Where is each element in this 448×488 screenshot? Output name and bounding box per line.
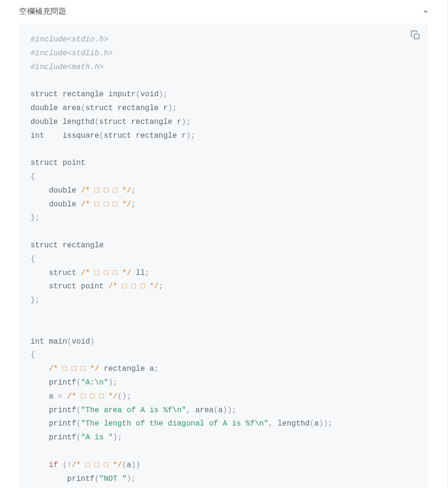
code-text: ; <box>131 186 136 195</box>
code-text: ) <box>186 132 191 140</box>
code-text: ( <box>94 475 99 483</box>
code-text: double <box>49 186 81 195</box>
code-text: if <box>49 461 58 469</box>
code-text: "NOT " <box>99 475 127 483</box>
code-text: { <box>31 351 35 359</box>
code-text: (! <box>58 461 72 469</box>
code-text: struct point <box>31 159 85 167</box>
code-text <box>31 392 49 401</box>
code-text <box>31 433 49 442</box>
code-text: printf <box>49 378 76 387</box>
code-text: ll <box>131 269 145 277</box>
code-text: struct rectangle r <box>99 118 182 126</box>
code-text: /* □ □ □ */ <box>81 200 132 209</box>
code-text: printf <box>49 419 76 428</box>
code-text: ; <box>173 104 177 112</box>
copy-icon[interactable] <box>410 30 421 41</box>
code-text: ) <box>136 461 141 469</box>
code-text: /* □ □ □ */ <box>67 392 118 401</box>
code-text: ) <box>223 406 227 415</box>
code-text: ) <box>168 104 173 112</box>
code-text: struct rectangle inputr <box>31 90 136 99</box>
code-text: int issquare <box>31 132 99 140</box>
code-text: area <box>195 406 214 415</box>
code-text: /* □ □ □ */ <box>71 461 122 469</box>
code-text: , <box>186 406 195 415</box>
code-block: #include<stdio.h> #include<stdlib.h> #in… <box>19 23 428 488</box>
code-text: ( <box>99 132 104 140</box>
code-text: "A is " <box>81 433 113 442</box>
code-text: ; <box>186 118 191 126</box>
code-text: ; <box>159 282 163 291</box>
code-text: , <box>268 419 277 428</box>
code-text: a <box>49 392 58 401</box>
code-text: ( <box>310 419 315 428</box>
code-text: ; <box>191 132 195 140</box>
code-text: /* □ □ □ */ <box>81 269 132 277</box>
code-text: { <box>31 173 35 181</box>
code-text: ( <box>94 118 99 126</box>
code-text <box>31 269 49 277</box>
code-text: ( <box>122 461 127 469</box>
code-text: "The length of the diagonal of A is %f\n… <box>81 419 269 428</box>
code-text: ) <box>90 337 95 346</box>
code-text: }; <box>31 296 40 305</box>
svg-rect-0 <box>414 34 419 39</box>
code-text: ( <box>76 378 81 387</box>
code-text <box>31 475 67 483</box>
code-text: int main <box>31 337 67 346</box>
code-text: printf <box>67 475 95 483</box>
code-text: }; <box>31 214 40 222</box>
code-text: ( <box>76 406 81 415</box>
code-text: ) <box>324 419 328 428</box>
code-text: "The area of A is %f\n" <box>81 406 186 415</box>
code-text: ) <box>113 433 118 442</box>
code-text: ; <box>117 433 122 442</box>
code-text <box>31 365 49 373</box>
code-text: ; <box>145 269 150 277</box>
code-text: printf <box>49 406 76 415</box>
code-text: /* □ □ □ */ <box>49 365 99 373</box>
code-text: ( <box>76 433 81 442</box>
code-text: ; <box>113 378 118 387</box>
panel-header[interactable]: 空欄補充問題 <box>0 0 448 23</box>
code-text: ) <box>131 461 136 469</box>
code-text: /* □ □ □ */ <box>108 282 159 291</box>
code-text: double <box>49 200 81 209</box>
code-text: ; <box>154 365 159 373</box>
code-text <box>31 186 49 195</box>
code-text: ) <box>227 406 232 415</box>
code-text: (); <box>117 392 131 401</box>
code-text <box>31 282 49 291</box>
code-text <box>31 406 49 415</box>
code-line: #include<stdlib.h> <box>31 49 113 58</box>
code-text: double area <box>31 104 81 112</box>
code-text: = <box>58 392 63 401</box>
code-text: ) <box>127 475 132 483</box>
code-text: struct point <box>49 282 108 291</box>
code-text: lengthd <box>278 419 310 428</box>
chevron-up-icon[interactable] <box>423 8 428 16</box>
code-text: ( <box>214 406 218 415</box>
code-text <box>31 378 49 387</box>
code-text: ; <box>131 200 136 209</box>
code-text: /* □ □ □ */ <box>81 186 132 195</box>
code-line: #include<math.h> <box>31 63 104 71</box>
code-text: void <box>71 337 90 346</box>
code-text: void <box>140 90 158 99</box>
code-text: double lengthd <box>31 118 94 126</box>
code-text <box>31 461 49 469</box>
code-text: ( <box>67 337 72 346</box>
code-text: printf <box>49 433 76 442</box>
code-text: a <box>218 406 223 415</box>
code-text: a <box>314 419 319 428</box>
code-text: ( <box>136 90 141 99</box>
panel-title: 空欄補充問題 <box>19 7 66 17</box>
code-text: ) <box>108 378 113 387</box>
code-text: struct rectangle r <box>85 104 168 112</box>
code-text: ; <box>328 419 333 428</box>
code-text: struct rectangle <box>31 241 104 250</box>
code-text: { <box>31 255 35 264</box>
code-text <box>31 200 49 209</box>
code-text: struct <box>49 269 81 277</box>
